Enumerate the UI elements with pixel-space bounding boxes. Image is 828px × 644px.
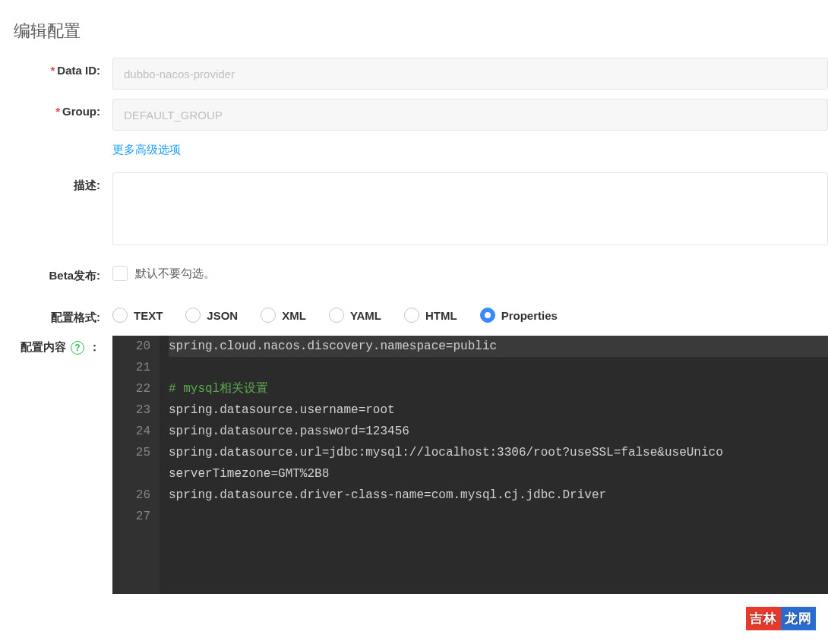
group-label: *Group: (0, 99, 112, 118)
radio-circle-icon (404, 308, 419, 323)
help-icon[interactable]: ? (71, 341, 84, 355)
format-radio-properties[interactable]: Properties (480, 308, 558, 323)
radio-circle-icon (329, 308, 344, 323)
page-title: 编辑配置 (0, 0, 828, 58)
radio-circle-icon (261, 308, 276, 323)
beta-hint: 默认不要勾选。 (135, 267, 215, 281)
radio-circle-icon (185, 308, 201, 323)
description-textarea[interactable] (112, 172, 828, 245)
format-label: 配置格式: (0, 305, 112, 325)
radio-label: HTML (425, 309, 457, 322)
format-radio-yaml[interactable]: YAML (329, 308, 381, 323)
format-radio-xml[interactable]: XML (261, 308, 306, 323)
radio-label: XML (282, 309, 306, 322)
format-radio-html[interactable]: HTML (404, 308, 457, 323)
radio-label: YAML (350, 309, 381, 322)
group-input[interactable] (112, 99, 828, 131)
content-colon: ： (89, 340, 100, 355)
format-radio-group: TEXTJSONXMLYAMLHTMLProperties (112, 305, 828, 323)
radio-label: JSON (207, 309, 238, 322)
more-advanced-link[interactable]: 更多高级选项 (112, 140, 181, 163)
data-id-label: *Data ID: (0, 58, 112, 77)
description-label: 描述: (0, 172, 112, 193)
beta-checkbox[interactable] (112, 266, 128, 281)
beta-label: Beta发布: (0, 263, 112, 283)
radio-circle-icon (480, 308, 495, 323)
content-label: 配置内容 (21, 340, 66, 355)
radio-label: Properties (501, 309, 558, 322)
watermark: 吉林龙网 (746, 607, 816, 630)
data-id-input[interactable] (112, 58, 828, 90)
code-editor[interactable]: 2021222324252627 spring.cloud.nacos.disc… (112, 336, 828, 594)
radio-circle-icon (112, 308, 128, 323)
format-radio-json[interactable]: JSON (185, 308, 238, 323)
format-radio-text[interactable]: TEXT (112, 308, 163, 323)
config-form: *Data ID: *Group: 更多高级选项 描述: Beta发布: (0, 58, 828, 594)
radio-label: TEXT (134, 309, 163, 322)
